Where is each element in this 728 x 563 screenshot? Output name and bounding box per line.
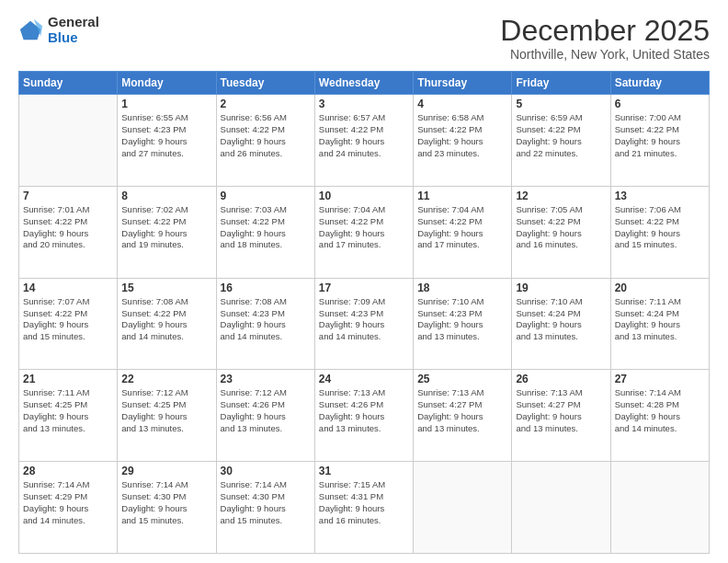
col-thursday: Thursday: [414, 72, 512, 95]
day-info: Sunrise: 7:09 AM Sunset: 4:23 PM Dayligh…: [319, 296, 409, 343]
day-number: 15: [121, 282, 211, 294]
day-info: Sunrise: 7:01 AM Sunset: 4:22 PM Dayligh…: [23, 204, 113, 251]
col-tuesday: Tuesday: [216, 72, 314, 95]
day-info: Sunrise: 7:03 AM Sunset: 4:22 PM Dayligh…: [221, 204, 311, 251]
day-number: 23: [221, 373, 311, 385]
calendar-cell: [512, 462, 610, 554]
day-number: 14: [23, 282, 113, 294]
day-info: Sunrise: 6:56 AM Sunset: 4:22 PM Dayligh…: [221, 112, 311, 159]
logo-text: General Blue: [48, 15, 99, 45]
day-number: 26: [516, 373, 606, 385]
day-number: 18: [417, 282, 507, 294]
calendar-cell: 14Sunrise: 7:07 AM Sunset: 4:22 PM Dayli…: [19, 278, 118, 370]
calendar-week-row: 21Sunrise: 7:11 AM Sunset: 4:25 PM Dayli…: [19, 370, 710, 462]
day-number: 3: [319, 98, 409, 110]
calendar-cell: 15Sunrise: 7:08 AM Sunset: 4:22 PM Dayli…: [118, 278, 216, 370]
day-info: Sunrise: 7:14 AM Sunset: 4:29 PM Dayligh…: [23, 479, 113, 526]
calendar-cell: 21Sunrise: 7:11 AM Sunset: 4:25 PM Dayli…: [19, 370, 118, 462]
calendar-cell: 8Sunrise: 7:02 AM Sunset: 4:22 PM Daylig…: [118, 186, 216, 278]
calendar-cell: [414, 462, 512, 554]
calendar-cell: [610, 462, 709, 554]
calendar-header-row: Sunday Monday Tuesday Wednesday Thursday…: [19, 72, 710, 95]
day-info: Sunrise: 7:12 AM Sunset: 4:26 PM Dayligh…: [221, 387, 311, 434]
day-info: Sunrise: 7:08 AM Sunset: 4:22 PM Dayligh…: [121, 296, 211, 343]
calendar-cell: 13Sunrise: 7:06 AM Sunset: 4:22 PM Dayli…: [610, 186, 709, 278]
day-number: 19: [516, 282, 606, 294]
day-info: Sunrise: 6:55 AM Sunset: 4:23 PM Dayligh…: [121, 112, 211, 159]
day-number: 24: [319, 373, 409, 385]
calendar-cell: 2Sunrise: 6:56 AM Sunset: 4:22 PM Daylig…: [216, 95, 314, 187]
calendar-cell: 18Sunrise: 7:10 AM Sunset: 4:23 PM Dayli…: [414, 278, 512, 370]
day-number: 10: [319, 190, 409, 202]
day-info: Sunrise: 7:14 AM Sunset: 4:28 PM Dayligh…: [615, 387, 705, 434]
calendar-cell: 10Sunrise: 7:04 AM Sunset: 4:22 PM Dayli…: [314, 186, 413, 278]
col-friday: Friday: [512, 72, 610, 95]
day-number: 1: [121, 98, 211, 110]
calendar-cell: 28Sunrise: 7:14 AM Sunset: 4:29 PM Dayli…: [19, 462, 118, 554]
day-number: 17: [319, 282, 409, 294]
day-info: Sunrise: 7:04 AM Sunset: 4:22 PM Dayligh…: [417, 204, 507, 251]
day-info: Sunrise: 7:13 AM Sunset: 4:27 PM Dayligh…: [516, 387, 606, 434]
day-number: 25: [417, 373, 507, 385]
calendar-cell: 23Sunrise: 7:12 AM Sunset: 4:26 PM Dayli…: [216, 370, 314, 462]
day-number: 7: [23, 190, 113, 202]
calendar-week-row: 7Sunrise: 7:01 AM Sunset: 4:22 PM Daylig…: [19, 186, 710, 278]
calendar-cell: 3Sunrise: 6:57 AM Sunset: 4:22 PM Daylig…: [314, 95, 413, 187]
calendar-cell: 27Sunrise: 7:14 AM Sunset: 4:28 PM Dayli…: [610, 370, 709, 462]
logo-general-text: General: [48, 15, 99, 30]
col-monday: Monday: [118, 72, 216, 95]
day-number: 2: [221, 98, 311, 110]
day-number: 21: [23, 373, 113, 385]
calendar-cell: 4Sunrise: 6:58 AM Sunset: 4:22 PM Daylig…: [414, 95, 512, 187]
calendar-cell: 5Sunrise: 6:59 AM Sunset: 4:22 PM Daylig…: [512, 95, 610, 187]
logo-icon: [18, 17, 44, 43]
day-info: Sunrise: 7:13 AM Sunset: 4:26 PM Dayligh…: [319, 387, 409, 434]
day-info: Sunrise: 7:06 AM Sunset: 4:22 PM Dayligh…: [615, 204, 705, 251]
day-number: 20: [615, 282, 705, 294]
day-info: Sunrise: 7:14 AM Sunset: 4:30 PM Dayligh…: [121, 479, 211, 526]
day-info: Sunrise: 7:08 AM Sunset: 4:23 PM Dayligh…: [221, 296, 311, 343]
day-number: 6: [615, 98, 705, 110]
day-info: Sunrise: 6:57 AM Sunset: 4:22 PM Dayligh…: [319, 112, 409, 159]
calendar-cell: 9Sunrise: 7:03 AM Sunset: 4:22 PM Daylig…: [216, 186, 314, 278]
day-number: 11: [417, 190, 507, 202]
calendar-cell: 22Sunrise: 7:12 AM Sunset: 4:25 PM Dayli…: [118, 370, 216, 462]
day-number: 8: [121, 190, 211, 202]
day-number: 4: [417, 98, 507, 110]
day-info: Sunrise: 7:11 AM Sunset: 4:24 PM Dayligh…: [615, 296, 705, 343]
day-info: Sunrise: 7:05 AM Sunset: 4:22 PM Dayligh…: [516, 204, 606, 251]
day-info: Sunrise: 7:13 AM Sunset: 4:27 PM Dayligh…: [417, 387, 507, 434]
day-number: 13: [615, 190, 705, 202]
day-number: 29: [121, 465, 211, 477]
page: General Blue December 2025 Northville, N…: [0, 0, 728, 563]
calendar-cell: 29Sunrise: 7:14 AM Sunset: 4:30 PM Dayli…: [118, 462, 216, 554]
day-number: 22: [121, 373, 211, 385]
day-info: Sunrise: 7:15 AM Sunset: 4:31 PM Dayligh…: [319, 479, 409, 526]
calendar-table: Sunday Monday Tuesday Wednesday Thursday…: [18, 71, 710, 554]
header: General Blue December 2025 Northville, N…: [18, 15, 710, 62]
calendar-cell: 24Sunrise: 7:13 AM Sunset: 4:26 PM Dayli…: [314, 370, 413, 462]
day-info: Sunrise: 7:10 AM Sunset: 4:24 PM Dayligh…: [516, 296, 606, 343]
calendar-cell: 1Sunrise: 6:55 AM Sunset: 4:23 PM Daylig…: [118, 95, 216, 187]
calendar-cell: 17Sunrise: 7:09 AM Sunset: 4:23 PM Dayli…: [314, 278, 413, 370]
day-info: Sunrise: 7:10 AM Sunset: 4:23 PM Dayligh…: [417, 296, 507, 343]
day-info: Sunrise: 7:12 AM Sunset: 4:25 PM Dayligh…: [121, 387, 211, 434]
day-info: Sunrise: 7:11 AM Sunset: 4:25 PM Dayligh…: [23, 387, 113, 434]
calendar-cell: [19, 95, 118, 187]
day-number: 31: [319, 465, 409, 477]
calendar-cell: 26Sunrise: 7:13 AM Sunset: 4:27 PM Dayli…: [512, 370, 610, 462]
calendar-subtitle: Northville, New York, United States: [500, 47, 710, 62]
day-number: 5: [516, 98, 606, 110]
calendar-cell: 20Sunrise: 7:11 AM Sunset: 4:24 PM Dayli…: [610, 278, 709, 370]
col-sunday: Sunday: [19, 72, 118, 95]
day-number: 28: [23, 465, 113, 477]
day-number: 27: [615, 373, 705, 385]
day-info: Sunrise: 7:14 AM Sunset: 4:30 PM Dayligh…: [221, 479, 311, 526]
day-info: Sunrise: 6:59 AM Sunset: 4:22 PM Dayligh…: [516, 112, 606, 159]
logo: General Blue: [18, 15, 99, 45]
calendar-cell: 19Sunrise: 7:10 AM Sunset: 4:24 PM Dayli…: [512, 278, 610, 370]
day-number: 16: [221, 282, 311, 294]
logo-blue-text: Blue: [48, 30, 99, 46]
day-info: Sunrise: 7:02 AM Sunset: 4:22 PM Dayligh…: [121, 204, 211, 251]
calendar-week-row: 28Sunrise: 7:14 AM Sunset: 4:29 PM Dayli…: [19, 462, 710, 554]
